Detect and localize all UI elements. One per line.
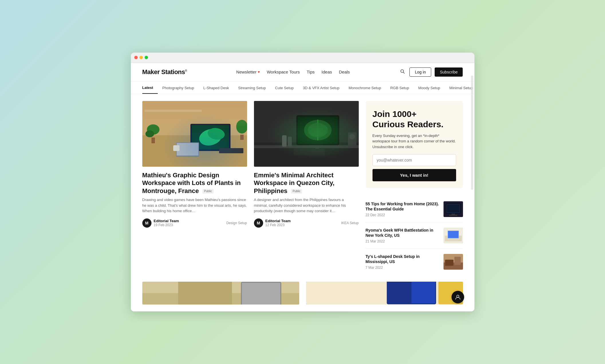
svg-rect-32 — [348, 132, 356, 147]
browser-dots — [134, 56, 148, 59]
newsletter-heading: Join 1000+ Curious Readers. — [373, 109, 456, 130]
newsletter-link[interactable]: Newsletter ♥ — [236, 69, 260, 74]
subnav-item-rgb[interactable]: RGB Setup — [386, 82, 414, 94]
site-logo[interactable]: Maker Stations® — [142, 68, 187, 76]
nav-item-tips[interactable]: Tips — [307, 69, 315, 75]
newsletter-description: Every Sunday evening, get an *in-depth* … — [373, 133, 456, 150]
svg-point-23 — [304, 120, 332, 140]
article-emmie-tag: IKEA Setup — [341, 221, 358, 225]
article-emmie-badge: Public — [291, 189, 302, 194]
nav-item-deals[interactable]: Deals — [339, 69, 350, 75]
subnav-item-cute[interactable]: Cute Setup — [271, 82, 298, 94]
nav-item-newsletter[interactable]: Newsletter ♥ — [236, 69, 260, 74]
login-button[interactable]: Log in — [409, 67, 431, 77]
subnav-item-3dvfx[interactable]: 3D & VFX Artist Setup — [298, 82, 344, 94]
svg-rect-9 — [176, 142, 199, 157]
subnav-item-photography[interactable]: Photography Setup — [158, 82, 199, 94]
sidebar-article-tips-text: 55 Tips for Working from Home (2023). Th… — [366, 201, 440, 217]
svg-rect-17 — [240, 135, 244, 140]
email-input[interactable] — [373, 154, 456, 166]
author-info-emmie: M Editorial Team 12 Feb 2023 — [254, 218, 291, 228]
svg-rect-3 — [142, 135, 247, 167]
svg-rect-37 — [447, 205, 460, 212]
close-dot[interactable] — [134, 56, 138, 59]
heart-icon: ♥ — [258, 70, 260, 74]
svg-rect-22 — [298, 117, 338, 144]
workspace-tours-link[interactable]: Workspace Tours — [267, 69, 300, 74]
article-emmie-meta: M Editorial Team 12 Feb 2023 IKEA Setup — [254, 218, 359, 228]
svg-rect-52 — [178, 282, 232, 305]
main-nav: Newsletter ♥ Workspace Tours Tips Ideas — [236, 69, 350, 75]
site-header: Maker Stations® Newsletter ♥ Workspace T… — [131, 63, 474, 81]
article-mathieu[interactable]: Mathieu's Graphic Design Workspace with … — [142, 101, 247, 228]
minimize-dot[interactable] — [139, 56, 143, 59]
article-mathieu-image — [142, 101, 247, 167]
author-details-emmie: Editorial Team 12 Feb 2023 — [265, 219, 291, 227]
subnav-item-streaming[interactable]: Streaming Setup — [234, 82, 271, 94]
article-emmie-image — [254, 101, 359, 167]
bottom-card-1[interactable] — [142, 282, 299, 305]
svg-rect-5 — [190, 124, 230, 151]
article-mathieu-meta: M Editorial Team 19 Feb 2023 Design Setu… — [142, 218, 247, 228]
subnav-item-latest[interactable]: Latest — [142, 81, 158, 94]
svg-rect-4 — [145, 110, 202, 112]
svg-rect-58 — [387, 282, 411, 303]
svg-rect-44 — [448, 231, 458, 238]
sidebar-article-ryoma-image — [444, 228, 463, 243]
svg-rect-48 — [445, 260, 453, 266]
bottom-cards — [131, 282, 474, 311]
main-content: Mathieu's Graphic Design Workspace with … — [131, 94, 474, 282]
browser-chrome — [131, 53, 474, 63]
sidebar-article-ty[interactable]: Ty's L-shaped Desk Setup in Mississippi,… — [366, 249, 463, 275]
author-details-mathieu: Editorial Team 19 Feb 2023 — [154, 219, 179, 227]
sidebar-article-ty-image — [444, 254, 463, 270]
site-wrapper: Maker Stations® Newsletter ♥ Workspace T… — [131, 63, 474, 312]
svg-rect-10 — [177, 143, 198, 156]
svg-rect-27 — [312, 150, 322, 152]
svg-rect-6 — [192, 125, 229, 150]
search-button[interactable] — [399, 68, 406, 76]
maximize-dot[interactable] — [145, 56, 148, 59]
svg-point-12 — [147, 124, 159, 135]
newsletter-submit-button[interactable]: Yes, I want in! — [373, 169, 456, 181]
sidebar-article-ty-text: Ty's L-shaped Desk Setup in Mississippi,… — [366, 254, 440, 269]
sidebar-article-tips[interactable]: 55 Tips for Working from Home (2023). Th… — [366, 196, 463, 222]
subnav-item-monochrome[interactable]: Monochrome Setup — [344, 82, 386, 94]
svg-rect-18 — [254, 101, 359, 167]
sidebar: Join 1000+ Curious Readers. Every Sunday… — [366, 101, 463, 275]
sidebar-articles: 55 Tips for Working from Home (2023). Th… — [366, 196, 463, 275]
newsletter-box: Join 1000+ Curious Readers. Every Sunday… — [366, 101, 463, 188]
svg-point-16 — [236, 120, 247, 134]
sidebar-article-ryoma-text: Ryoma's Geek WFH Battlestation in New Yo… — [366, 228, 440, 243]
svg-rect-19 — [254, 141, 359, 167]
nav-links: Newsletter ♥ Workspace Tours Tips Ideas — [236, 69, 350, 75]
subnav-item-minimal[interactable]: Minimal Setup — [445, 82, 474, 94]
deals-link[interactable]: Deals — [339, 69, 350, 74]
svg-point-13 — [145, 130, 154, 137]
nav-item-ideas[interactable]: Ideas — [322, 69, 332, 75]
svg-point-25 — [308, 123, 328, 137]
article-emmie[interactable]: Emmie's Minimal Architect Workspace in Q… — [254, 101, 359, 228]
subscribe-button[interactable]: Subscribe — [435, 67, 463, 77]
svg-point-8 — [206, 127, 225, 141]
nav-item-workspace-tours[interactable]: Workspace Tours — [267, 69, 300, 75]
svg-rect-29 — [282, 135, 287, 147]
article-mathieu-badge: Public — [202, 189, 214, 194]
sidebar-article-ryoma[interactable]: Ryoma's Geek WFH Battlestation in New Yo… — [366, 222, 463, 249]
author-avatar-emmie: M — [254, 218, 263, 228]
sidebar-article-tips-image — [444, 201, 463, 217]
bottom-card-2[interactable] — [306, 282, 463, 305]
ideas-link[interactable]: Ideas — [322, 69, 332, 74]
subnav-item-lshaped[interactable]: L-Shaped Desk — [199, 82, 234, 94]
author-avatar-mathieu: M — [142, 218, 151, 228]
browser-window: Maker Stations® Newsletter ♥ Workspace T… — [131, 53, 474, 312]
scrollbar[interactable] — [471, 75, 473, 190]
svg-line-1 — [403, 72, 405, 73]
svg-rect-15 — [173, 145, 180, 151]
subnav-item-moody[interactable]: Moody Setup — [414, 82, 445, 94]
svg-rect-21 — [296, 115, 339, 145]
tips-link[interactable]: Tips — [307, 69, 315, 74]
user-float-button[interactable] — [452, 291, 464, 303]
svg-rect-2 — [142, 101, 247, 167]
svg-rect-26 — [316, 145, 319, 151]
